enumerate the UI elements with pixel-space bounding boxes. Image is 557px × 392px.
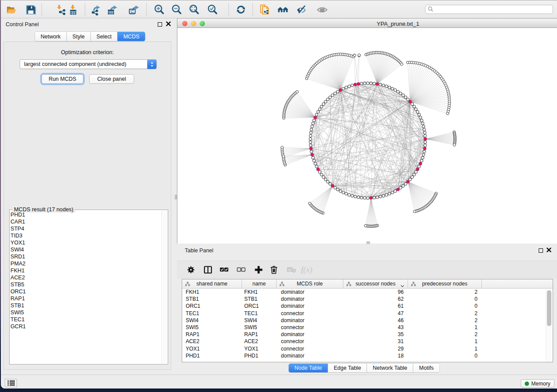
memory-button[interactable]: Memory <box>521 379 554 388</box>
mcds-result-item[interactable]: TEC1 <box>10 316 161 323</box>
close-icon[interactable] <box>166 21 171 27</box>
open-session-icon[interactable] <box>4 3 18 17</box>
table-row[interactable]: ACE2ACE2connector311 <box>182 338 553 345</box>
network-canvas[interactable] <box>177 28 557 244</box>
memory-label: Memory <box>531 381 550 387</box>
table-row[interactable]: FKH1FKH1dominator962 <box>182 289 553 296</box>
tab-network[interactable]: Network <box>35 32 67 41</box>
cell-shared-name: RAP1 <box>182 331 242 338</box>
window-minimize-button[interactable] <box>191 21 196 26</box>
mcds-result-item[interactable]: YOX1 <box>10 239 161 246</box>
mcds-result-item[interactable]: FKH1 <box>10 267 161 274</box>
deselect-all-icon[interactable] <box>235 264 247 275</box>
table-row[interactable]: SWI4SWI4dominator462 <box>182 317 553 324</box>
tab-node-table[interactable]: Node Table <box>289 364 328 372</box>
mcds-result-item[interactable]: ACE2 <box>10 274 161 281</box>
mcds-result-item[interactable]: SWI5 <box>10 309 161 316</box>
tab-select[interactable]: Select <box>91 32 118 41</box>
window-zoom-button[interactable] <box>200 21 205 26</box>
hide-selected-icon[interactable] <box>294 3 308 17</box>
refresh-icon[interactable] <box>234 3 248 17</box>
mcds-result-item[interactable]: CAR1 <box>10 218 161 225</box>
function-icon: f(x) <box>301 264 313 275</box>
zoom-fit-icon[interactable] <box>187 3 201 17</box>
task-list-icon[interactable] <box>5 379 17 387</box>
zoom-selected-icon[interactable] <box>205 3 219 17</box>
network-graph[interactable] <box>177 28 557 244</box>
columns-icon[interactable] <box>202 264 214 275</box>
hierarchy-icon <box>411 282 416 288</box>
mcds-result-item[interactable]: GCR1 <box>10 323 161 330</box>
horizontal-splitter-handle[interactable] <box>367 241 370 244</box>
tab-edge-table[interactable]: Edge Table <box>328 364 367 372</box>
table-scrollbar[interactable] <box>546 289 552 362</box>
mcds-result-item[interactable]: PHD1 <box>10 211 161 218</box>
mcds-result-item[interactable]: SWI4 <box>10 246 161 253</box>
import-table-icon[interactable] <box>66 3 80 17</box>
cell-successor-nodes: 62 <box>343 296 408 303</box>
mcds-result-item[interactable]: STB5 <box>10 281 161 288</box>
export-table-icon[interactable] <box>105 3 119 17</box>
column-header-name[interactable]: name <box>242 279 277 289</box>
float-icon[interactable] <box>158 22 162 27</box>
table-row[interactable]: ORC1ORC1dominator610 <box>182 303 553 309</box>
chevron-down-icon[interactable] <box>401 282 404 289</box>
add-column-icon[interactable] <box>253 264 265 275</box>
control-panel: Control Panel NetworkStyleSelectMCDS Opt… <box>1 18 174 375</box>
column-header-successor-nodes[interactable]: successor nodes <box>343 279 408 289</box>
table-row[interactable]: TEC1TEC1connector472 <box>182 310 553 317</box>
save-session-icon[interactable] <box>24 3 38 17</box>
export-network-icon[interactable] <box>89 3 103 17</box>
export-image-icon[interactable] <box>127 3 141 17</box>
cell-predecessor-nodes: 1 <box>408 324 482 331</box>
tab-motifs[interactable]: Motifs <box>413 364 439 372</box>
toolbar-separator <box>146 3 147 16</box>
mcds-result-scrollbar[interactable] <box>161 210 167 364</box>
criterion-dropdown[interactable]: largest connected component (undirected) <box>20 59 157 69</box>
vertical-splitter[interactable] <box>174 18 177 375</box>
table-row[interactable]: PHD1PHD1dominator180 <box>182 352 553 359</box>
mcds-result-item[interactable]: RAP1 <box>10 295 161 302</box>
search-input[interactable] <box>433 5 553 14</box>
close-panel-button[interactable]: Close panel <box>89 74 134 84</box>
mcds-result-item[interactable]: PMA2 <box>10 260 161 267</box>
clone-network-icon[interactable] <box>258 3 272 17</box>
mcds-result-item[interactable]: SRD1 <box>10 253 161 260</box>
column-header-MCDS-role[interactable]: MCDS role <box>277 279 343 289</box>
column-header-shared-name[interactable]: shared name <box>182 279 242 289</box>
tab-mcds[interactable]: MCDS <box>118 32 145 41</box>
table-row[interactable]: SWI5SWI5connector431 <box>182 324 553 331</box>
table-row[interactable]: STB1STB1dominator620 <box>182 296 553 303</box>
zoom-in-icon[interactable] <box>152 3 166 17</box>
cell-shared-name: TEC1 <box>182 310 242 317</box>
cell-predecessor-nodes: 0 <box>408 303 482 309</box>
cell-predecessor-nodes: 2 <box>408 331 482 338</box>
run-mcds-button[interactable]: Run MCDS <box>42 74 83 84</box>
table-row[interactable]: RAP1RAP1dominator352 <box>182 331 553 338</box>
float-icon[interactable] <box>539 248 543 253</box>
network-window-titlebar[interactable]: YPA_prune.txt_1 <box>177 18 557 28</box>
mcds-result-item[interactable]: ORC1 <box>10 288 161 295</box>
tab-style[interactable]: Style <box>67 32 91 41</box>
table-scrollbar-thumb[interactable] <box>547 290 551 326</box>
show-all-icon[interactable] <box>315 3 329 17</box>
gear-icon[interactable] <box>185 264 197 275</box>
select-all-icon[interactable] <box>218 264 230 275</box>
mcds-result-list[interactable]: PHD1CAR1STP4TID3YOX1SWI4SRD1PMA2FKH1ACE2… <box>10 211 161 363</box>
mcds-result-item[interactable]: TID3 <box>10 232 161 239</box>
close-icon[interactable] <box>546 248 552 253</box>
table-row[interactable]: YOX1YOX1connector291 <box>182 345 553 352</box>
cell-MCDS-role: dominator <box>277 331 343 338</box>
first-neighbors-icon[interactable] <box>276 3 290 17</box>
mcds-result-item[interactable]: STP4 <box>10 225 161 232</box>
cell-predecessor-nodes: 1 <box>408 338 482 345</box>
window-close-button[interactable] <box>182 21 187 26</box>
zoom-out-icon[interactable] <box>170 3 183 17</box>
delete-column-icon[interactable] <box>268 264 280 275</box>
search-box[interactable] <box>425 5 553 14</box>
mcds-result-item[interactable]: STB1 <box>10 302 161 309</box>
tab-network-table[interactable]: Network Table <box>367 364 413 372</box>
column-label: predecessor nodes <box>422 281 467 287</box>
control-panel-title: Control Panel <box>6 21 39 28</box>
column-header-predecessor-nodes[interactable]: predecessor nodes <box>408 279 482 289</box>
